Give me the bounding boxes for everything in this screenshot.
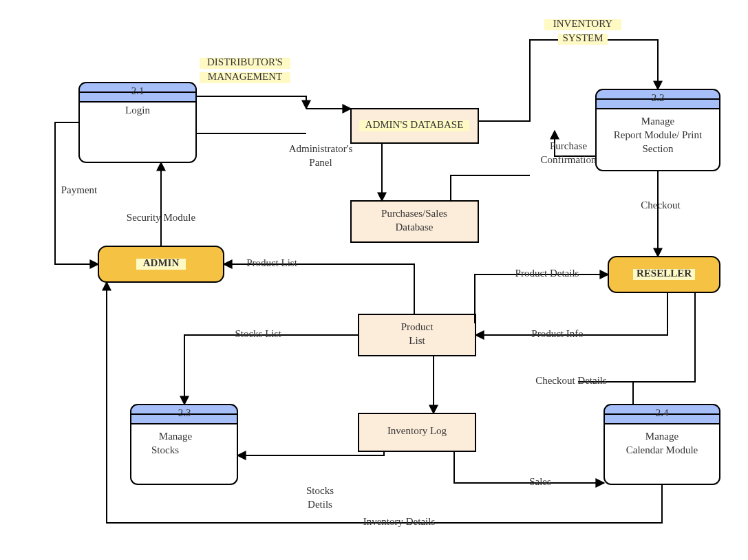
- process-label-2: Calendar Module: [626, 444, 698, 455]
- store-product-list: Product List: [359, 314, 475, 356]
- label-inventory-2: SYSTEM: [562, 32, 603, 43]
- store-inventory-log: Inventory Log: [359, 413, 475, 451]
- label-distributors-1: DISTRIBUTOR'S: [207, 56, 283, 67]
- store-purchases-db: Purchases/Sales Database: [351, 201, 478, 242]
- agent-reseller: RESELLER: [608, 257, 720, 292]
- process-label-1: Manage: [645, 431, 679, 442]
- label-purchconf-2: Confirmation: [541, 154, 597, 165]
- store-label-1: Purchases/Sales: [381, 208, 447, 219]
- dfd-diagram: 2.1 Login 2.2 Manage Report Module/ Prin…: [0, 0, 748, 560]
- store-label-1: Product: [401, 321, 434, 332]
- process-id: 2.2: [652, 92, 665, 103]
- label-stocks-det-1: Stocks: [306, 485, 334, 496]
- label-sales: Sales: [529, 476, 551, 487]
- process-label: Login: [125, 105, 150, 116]
- process-login: 2.1 Login: [79, 83, 196, 162]
- label-inv-det: Inventory Details: [363, 516, 436, 527]
- agent-label: RESELLER: [637, 268, 692, 279]
- edge-checkout-details-stub: [578, 292, 695, 382]
- agent-label: ADMIN: [143, 257, 180, 268]
- label-checkout: Checkout: [641, 200, 681, 211]
- label-payment: Payment: [61, 184, 98, 195]
- label-product-list: Product List: [246, 257, 298, 268]
- process-label-2: Report Module/ Print: [614, 129, 703, 140]
- process-label-2: Stocks: [151, 444, 179, 455]
- process-report: 2.2 Manage Report Module/ Print Section: [596, 89, 720, 171]
- agent-admin: ADMIN: [98, 246, 224, 282]
- label-stocks-list: Stocks List: [235, 328, 281, 339]
- process-stocks: 2.3 Manage Stocks: [131, 405, 237, 484]
- edge-stocks-list: [184, 335, 359, 405]
- label-prod-det: Product Details: [515, 268, 579, 279]
- store-label-2: Database: [396, 222, 434, 233]
- store-label: ADMIN'S DATABASE: [365, 119, 464, 130]
- process-id: 2.4: [656, 407, 669, 418]
- label-chk-det: Checkout Details: [535, 375, 607, 386]
- edge-login-to-admin-db: [196, 96, 306, 109]
- label-purchconf-1: Purchase: [550, 140, 587, 151]
- label-stocks-det-2: Detils: [308, 499, 332, 510]
- process-label-1: Manage: [641, 116, 675, 127]
- process-label-3: Section: [643, 143, 674, 154]
- store-label-2: List: [409, 335, 425, 346]
- edge-psdb-to-admin-db: [451, 175, 530, 201]
- process-id: 2.1: [131, 85, 145, 96]
- label-inventory-1: INVENTORY: [553, 18, 613, 29]
- store-label: Inventory Log: [387, 425, 447, 436]
- edge-product-details: [475, 274, 608, 323]
- edge-product-list: [224, 264, 414, 314]
- process-id: 2.3: [178, 407, 191, 418]
- process-label-1: Manage: [159, 431, 193, 442]
- label-prod-info: Product Info: [531, 328, 583, 339]
- label-secmod: Security Module: [127, 212, 196, 223]
- store-admin-db: ADMIN'S DATABASE: [351, 109, 478, 143]
- label-distributors-2: MANAGEMENT: [208, 71, 282, 82]
- label-admin-panel-2: Panel: [309, 157, 332, 168]
- process-calendar: 2.4 Manage Calendar Module: [604, 405, 720, 484]
- label-admin-panel-1: Administrator's: [289, 143, 353, 154]
